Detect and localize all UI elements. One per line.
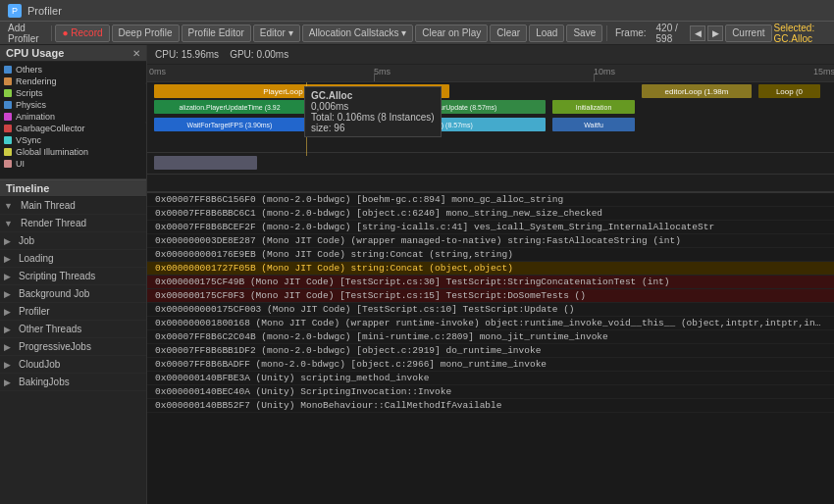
thread-loading[interactable]: ▶ Loading xyxy=(0,250,146,268)
next-frame-button[interactable]: ▶ xyxy=(707,25,723,41)
title-bar: P Profiler xyxy=(0,0,834,22)
category-rendering[interactable]: Rendering xyxy=(0,76,92,87)
callstack-row-15[interactable]: 0x000000140BB52F7 (Unity) MonoBehaviour:… xyxy=(147,399,834,413)
save-button[interactable]: Save xyxy=(566,25,602,42)
main-area: CPU Usage ✕ Others Rendering Scripts xyxy=(0,45,834,504)
callstack-row-11[interactable]: 0x00007FF8B6BB1DF2 (mono-2.0-bdwgc) [obj… xyxy=(147,344,834,358)
vsync-dot xyxy=(4,136,12,144)
init-bar[interactable]: Initialization xyxy=(552,100,635,114)
category-gi[interactable]: Global Illumination xyxy=(0,146,92,158)
callstack-row-4[interactable]: 0x000000000176E9EB (Mono JIT Code) strin… xyxy=(147,248,834,262)
progressive-jobs-label: ProgressiveJobs xyxy=(19,341,91,352)
wait-fps-bar[interactable]: WaitForTargetFPS (3.90ms) xyxy=(154,118,305,131)
other-label: Other Threads xyxy=(19,324,81,334)
category-ui[interactable]: UI xyxy=(0,158,92,170)
loading-toggle: ▶ xyxy=(4,254,11,264)
thread-cloud-job[interactable]: ▶ CloudJob xyxy=(0,356,146,374)
job-toggle: ▶ xyxy=(4,236,11,246)
thread-profiler[interactable]: ▶ Profiler xyxy=(0,303,146,321)
callstack-row-5[interactable]: 0x000000001727F05B (Mono JIT Code) strin… xyxy=(147,262,834,276)
thread-progressive-jobs[interactable]: ▶ ProgressiveJobs xyxy=(0,338,146,356)
callstack-row-1[interactable]: 0x00007FF8B6BBC6C1 (mono-2.0-bdwgc) [obj… xyxy=(147,207,834,221)
thread-render[interactable]: ▼ Render Thread xyxy=(0,215,146,232)
left-panel: CPU Usage ✕ Others Rendering Scripts xyxy=(0,45,147,504)
rendering-dot xyxy=(4,77,12,85)
main-thread-bars[interactable]: PlayerLoop (12.84ms) editorLoop (1.98m L… xyxy=(147,82,834,153)
frame-label: Frame: xyxy=(611,27,651,38)
frame-value: 420 / 598 xyxy=(652,23,689,44)
player-update-bar[interactable]: alization.PlayerUpdateTime (3.92 xyxy=(154,100,305,114)
vsync-label: VSync xyxy=(16,135,41,145)
callstack-row-14[interactable]: 0x000000140BEC40A (Unity) ScriptingInvoc… xyxy=(147,385,834,399)
frame-nav: ◀ ▶ xyxy=(690,25,723,41)
thread-baking-jobs[interactable]: ▶ BakingJobs xyxy=(0,374,146,391)
gpu-text: GPU: 0.00ms xyxy=(230,49,288,60)
background-job-toggle: ▶ xyxy=(4,289,11,299)
callstack-row-8[interactable]: 0x000000000175CF003 (Mono JIT Code) [Tes… xyxy=(147,303,834,317)
baking-jobs-toggle: ▶ xyxy=(4,378,11,387)
ruler-10ms: 10ms xyxy=(594,67,615,76)
ruler-15ms: 15ms xyxy=(813,67,834,76)
timeline-area[interactable]: 0ms 5ms 10ms 15ms PlayerLoop (12.84ms) e… xyxy=(147,65,834,192)
gc-alloc-detail: GC.Alloc 0,006ms Total: 0.106ms (8 Insta… xyxy=(304,86,442,137)
loop-bar[interactable]: Loop (0 xyxy=(758,84,820,98)
wait-bar-2[interactable]: Waitfu xyxy=(552,118,635,131)
others-label: Others xyxy=(16,65,42,75)
background-job-label: Background Job xyxy=(19,288,89,299)
callstack-row-6[interactable]: 0x000000175CF49B (Mono JIT Code) [TestSc… xyxy=(147,276,834,289)
cpu-info-text: CPU: 15.96ms GPU: 0.00ms xyxy=(155,49,288,60)
callstack-row-12[interactable]: 0x00007FF8B6BADFF (mono-2.0-bdwgc) [obje… xyxy=(147,358,834,372)
load-button[interactable]: Load xyxy=(529,25,564,42)
profile-editor-button[interactable]: Profile Editor xyxy=(182,25,251,42)
render-thread-row[interactable] xyxy=(147,153,834,175)
category-animation[interactable]: Animation xyxy=(0,111,92,123)
thread-background-job[interactable]: ▶ Background Job xyxy=(0,285,146,303)
category-scripts[interactable]: Scripts xyxy=(0,87,92,99)
physics-label: Physics xyxy=(16,100,46,110)
profiler-icon: P xyxy=(8,4,22,18)
clear-on-play-button[interactable]: Clear on Play xyxy=(415,25,488,42)
callstack-panel[interactable]: 0x00007FF8B6C156F0 (mono-2.0-bdwgc) [boe… xyxy=(147,192,834,504)
gc-alloc-total: Total: 0.106ms (8 Instances) xyxy=(311,112,435,123)
callstack-row-3[interactable]: 0x000000003DE8E287 (Mono JIT Code) (wrap… xyxy=(147,234,834,248)
callstack-row-7[interactable]: 0x000000175CF0F3 (Mono JIT Code) [TestSc… xyxy=(147,289,834,303)
animation-label: Animation xyxy=(16,112,55,122)
callstack-row-0[interactable]: 0x00007FF8B6C156F0 (mono-2.0-bdwgc) [boe… xyxy=(147,193,834,207)
category-vsync[interactable]: VSync xyxy=(0,134,92,146)
prev-frame-button[interactable]: ◀ xyxy=(690,25,705,41)
right-panel: CPU: 15.96ms GPU: 0.00ms 0ms 5ms 10ms 15… xyxy=(147,45,834,504)
clear-button[interactable]: Clear xyxy=(490,25,527,42)
category-physics[interactable]: Physics xyxy=(0,99,92,111)
thread-job[interactable]: ▶ Job xyxy=(0,232,146,250)
callstack-row-2[interactable]: 0x00007FF8B6BCEF2F (mono-2.0-bdwgc) [str… xyxy=(147,221,834,234)
thread-main[interactable]: ▼ Main Thread xyxy=(0,197,146,215)
render-thread-label: Render Thread xyxy=(21,218,86,228)
category-others[interactable]: Others xyxy=(0,64,92,76)
physics-dot xyxy=(4,101,12,109)
callstack-row-10[interactable]: 0x00007FF8B6C2C04B (mono-2.0-bdwgc) [min… xyxy=(147,330,834,344)
deep-profile-button[interactable]: Deep Profile xyxy=(112,25,180,42)
callstack-row-9[interactable]: 0x000000001800168 (Mono JIT Code) (wrapp… xyxy=(147,317,834,330)
main-thread-label: Main Thread xyxy=(21,200,76,211)
record-button[interactable]: ● Record xyxy=(55,25,109,42)
profiler-thread-toggle: ▶ xyxy=(4,307,11,317)
thread-other[interactable]: ▶ Other Threads xyxy=(0,321,146,338)
progressive-jobs-toggle: ▶ xyxy=(4,342,11,352)
editor-button[interactable]: Editor ▾ xyxy=(253,25,300,42)
callstack-row-13[interactable]: 0x000000140BFBE3A (Unity) scripting_meth… xyxy=(147,372,834,385)
current-button[interactable]: Current xyxy=(725,25,771,42)
editor-loop-bar[interactable]: editorLoop (1.98m xyxy=(642,84,752,98)
baking-jobs-label: BakingJobs xyxy=(19,377,70,387)
toolbar-right: Selected: GC.Alloc xyxy=(774,23,831,44)
ui-label: UI xyxy=(16,159,25,169)
cpu-usage-section-header[interactable]: CPU Usage ✕ xyxy=(0,45,146,62)
toolbar: Add Profiler ● Record Deep Profile Profi… xyxy=(0,22,834,45)
cpu-usage-close[interactable]: ✕ xyxy=(132,48,140,59)
allocation-callstacks-button[interactable]: Allocation Callstacks ▾ xyxy=(302,25,413,42)
thread-scripting[interactable]: ▶ Scripting Threads xyxy=(0,268,146,285)
render-bar[interactable] xyxy=(154,156,257,170)
gc-alloc-size: size: 96 xyxy=(311,123,435,133)
render-thread-toggle: ▼ xyxy=(4,219,13,228)
category-gc[interactable]: GarbageCollector xyxy=(0,123,92,134)
toolbar-sep-1 xyxy=(51,25,52,41)
